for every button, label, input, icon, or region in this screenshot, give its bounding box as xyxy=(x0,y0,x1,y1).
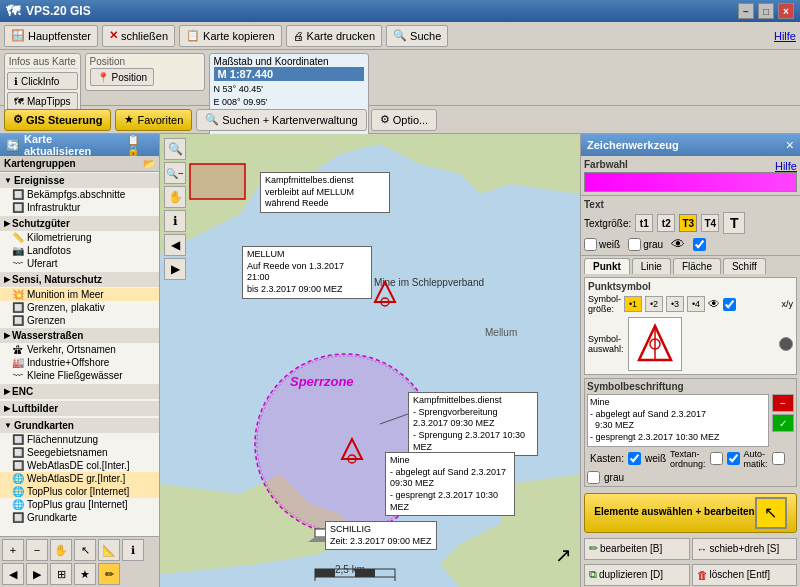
prev-extent-tool[interactable]: ◀ xyxy=(164,234,186,256)
textsize-1-button[interactable]: t1 xyxy=(635,214,653,232)
zoom-plus-tool[interactable]: 🔍 xyxy=(164,138,186,160)
layer-item-kleine-fliessg[interactable]: 〰 Kleine Fließgewässer xyxy=(0,369,159,382)
layer-item-topplus-grau[interactable]: 🌐 TopPlus grau [Internet] xyxy=(0,498,159,511)
layer-item-uferart[interactable]: 〰 Uferart xyxy=(0,257,159,270)
zoom-in-tool[interactable]: + xyxy=(2,539,24,561)
layer-item-seegebietsnamen[interactable]: 🔲 Seegebietsnamen xyxy=(0,446,159,459)
layer-item-infrastruktur[interactable]: 🔲 Infrastruktur xyxy=(0,201,159,214)
arrow-left-tool[interactable]: ◀ xyxy=(2,563,24,585)
sb-remove-button[interactable]: − xyxy=(772,394,794,412)
panel-close-button[interactable]: × xyxy=(786,137,794,153)
zoom-out-tool[interactable]: − xyxy=(26,539,48,561)
layer-item-kilometrierung[interactable]: 📏 Kilometrierung xyxy=(0,231,159,244)
layer-item-webatlasde-col[interactable]: 🔲 WebAtlasDE col.[Inter.] xyxy=(0,459,159,472)
textsize-4-button[interactable]: T4 xyxy=(701,214,719,232)
kasten-grau-checkbox[interactable] xyxy=(587,471,600,484)
symsize-1-button[interactable]: •1 xyxy=(624,296,642,312)
select-tool[interactable]: ↖ xyxy=(74,539,96,561)
sperrzone-label: Sperrzone xyxy=(290,374,354,389)
optionen-button[interactable]: ⚙ Optio... xyxy=(371,109,437,131)
schliessen-button[interactable]: ✕ schließen xyxy=(102,25,175,47)
layer-item-webatlasde-gr[interactable]: 🌐 WebAtlasDE gr.[Inter.] xyxy=(0,472,159,485)
layer-item-grundkarte[interactable]: 🔲 Grundkarte xyxy=(0,511,159,524)
automatik-checkbox[interactable] xyxy=(772,452,785,465)
symsize-2-button[interactable]: •2 xyxy=(645,296,663,312)
layer-item-landfotos[interactable]: 📷 Landfotos xyxy=(0,244,159,257)
farbwahl-bar[interactable] xyxy=(584,172,797,192)
select-element-button[interactable]: ↖ xyxy=(755,497,787,529)
tab-linie[interactable]: Linie xyxy=(632,258,671,274)
maximize-button[interactable]: □ xyxy=(758,3,774,19)
layer-item-flaechennutzung[interactable]: 🔲 Flächennutzung xyxy=(0,433,159,446)
layer-item-munition[interactable]: 💥 Munition im Meer xyxy=(0,288,159,301)
layer-item-grenzen-plakativ[interactable]: 🔲 Grenzen, plakativ xyxy=(0,301,159,314)
grau-checkbox[interactable] xyxy=(628,238,641,251)
clickinfo-button[interactable]: ℹ ClickInfo xyxy=(7,72,78,90)
hand-pan-tool[interactable]: ✋ xyxy=(164,186,186,208)
bookmark-tool[interactable]: ★ xyxy=(74,563,96,585)
schieb-dreh-button[interactable]: ↔ schieb+dreh [S] xyxy=(692,538,798,560)
hauptfenster-button[interactable]: 🪟 Hauptfenster xyxy=(4,25,98,47)
suche-button[interactable]: 🔍 Suche xyxy=(386,25,448,47)
layer-group-header-schutzgueter[interactable]: ▶ Schutzgüter xyxy=(0,216,159,231)
pan-tool[interactable]: ✋ xyxy=(50,539,72,561)
fullextent-tool[interactable]: ⊞ xyxy=(50,563,72,585)
weiss-checkbox[interactable] xyxy=(584,238,597,251)
bearbeiten-button[interactable]: ✏ bearbeiten [B] xyxy=(584,538,690,560)
layer-item-industrie[interactable]: 🏭 Industrie+Offshore xyxy=(0,356,159,369)
textanordnung-checkbox1[interactable] xyxy=(710,452,723,465)
symbol-preview[interactable] xyxy=(628,317,682,371)
hilfe-link[interactable]: Hilfe xyxy=(774,30,796,42)
map-container[interactable]: 🔍 🔍− ✋ ℹ ◀ ▶ Kampfmittelbes.dienstverble… xyxy=(160,134,580,587)
edit-tool[interactable]: ✏ xyxy=(98,563,120,585)
zoom-minus-tool[interactable]: 🔍− xyxy=(164,162,186,184)
layer-group-header-ereignisse[interactable]: ▼ Ereignisse xyxy=(0,173,159,188)
kasten-weiss-checkbox[interactable] xyxy=(628,452,641,465)
textsize-3-button[interactable]: T3 xyxy=(679,214,697,232)
layer-group-header-sensi[interactable]: ▶ Sensi, Naturschutz xyxy=(0,272,159,287)
layer-item-topplus-color[interactable]: 🌐 TopPlus color [Internet] xyxy=(0,485,159,498)
layer-item-grenzen[interactable]: 🔲 Grenzen xyxy=(0,314,159,327)
gis-steuerung-button[interactable]: ⚙ GIS Steuerung xyxy=(4,109,111,131)
layer-group-header-grundkarten[interactable]: ▼ Grundkarten xyxy=(0,418,159,433)
sym-visibility-checkbox[interactable] xyxy=(723,298,736,311)
layers-list[interactable]: ▼ Ereignisse 🔲 Bekämpfgs.abschnitte 🔲 In… xyxy=(0,172,159,536)
hilfe-right-link[interactable]: Hilfe xyxy=(775,160,797,172)
layer-group-header-wasserstrassen[interactable]: ▶ Wasserstraßen xyxy=(0,328,159,343)
text-style-button[interactable]: T xyxy=(723,212,745,234)
symsize-3-button[interactable]: •3 xyxy=(666,296,684,312)
position-button[interactable]: 📍 Position xyxy=(90,68,155,86)
layer-icon: 🌐 xyxy=(12,486,24,497)
karte-kopieren-button[interactable]: 📋 Karte kopieren xyxy=(179,25,282,47)
duplizieren-button[interactable]: ⧉ duplizieren [D] xyxy=(584,564,690,586)
loeschen-button[interactable]: 🗑 löschen [Entf] xyxy=(692,564,798,586)
suchen-kartenverwaltung-button[interactable]: 🔍 Suchen + Kartenverwaltung xyxy=(196,109,366,131)
layer-group-header-enc[interactable]: ▶ ENC xyxy=(0,384,159,399)
info-tool[interactable]: ℹ xyxy=(122,539,144,561)
layer-group-header-luftbilder[interactable]: ▶ Luftbilder xyxy=(0,401,159,416)
symbol-size-row: Symbol-größe: •1 •2 •3 •4 👁 x/y xyxy=(588,294,793,314)
refresh-button[interactable]: Karte aktualisieren xyxy=(24,134,119,157)
tab-flaeche[interactable]: Fläche xyxy=(673,258,721,274)
layer-item-verkehr[interactable]: 🛣 Verkehr, Ortsnamen xyxy=(0,343,159,356)
visibility-checkbox[interactable] xyxy=(693,238,706,251)
textsize-2-button[interactable]: t2 xyxy=(657,214,675,232)
karte-drucken-button[interactable]: 🖨 Karte drucken xyxy=(286,25,382,47)
symsize-4-button[interactable]: •4 xyxy=(687,296,705,312)
maptipps-button[interactable]: 🗺 MapTipps xyxy=(7,92,78,110)
info-map-tool[interactable]: ℹ xyxy=(164,210,186,232)
sb-confirm-button[interactable]: ✓ xyxy=(772,414,794,432)
arrow-right-tool[interactable]: ▶ xyxy=(26,563,48,585)
layer-item-bekaempfgs[interactable]: 🔲 Bekämpfgs.abschnitte xyxy=(0,188,159,201)
tab-schiff[interactable]: Schiff xyxy=(723,258,766,274)
textanordnung-label: Textan-ordnung: xyxy=(670,449,706,469)
layer-icon: 🌐 xyxy=(12,499,24,510)
tab-punkt[interactable]: Punkt xyxy=(584,258,630,274)
next-extent-tool[interactable]: ▶ xyxy=(164,258,186,280)
layer-label: Infrastruktur xyxy=(27,202,80,213)
textanordnung-checkbox2[interactable] xyxy=(727,452,740,465)
measure-tool[interactable]: 📐 xyxy=(98,539,120,561)
favoriten-button[interactable]: ★ Favoriten xyxy=(115,109,192,131)
minimize-button[interactable]: − xyxy=(738,3,754,19)
close-button[interactable]: × xyxy=(778,3,794,19)
